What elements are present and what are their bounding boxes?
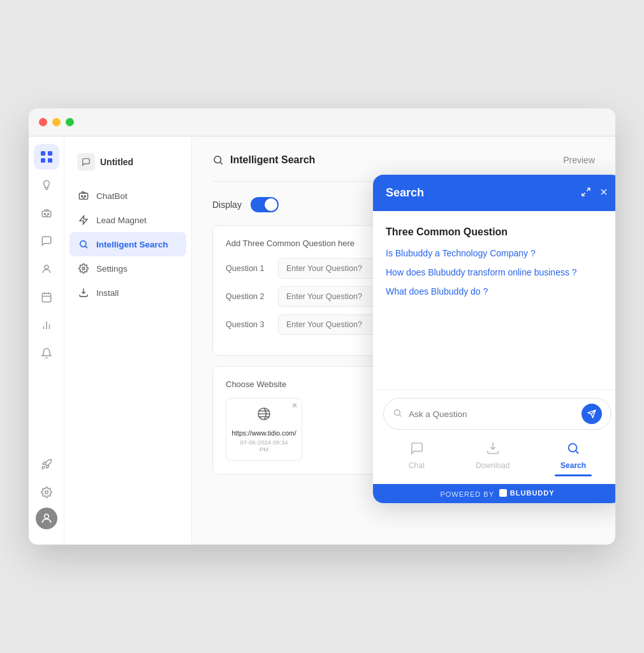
nav-item-intelligent-search-label: Intelligent Search xyxy=(96,240,168,249)
svg-point-10 xyxy=(44,514,48,518)
svg-point-9 xyxy=(45,491,48,494)
widget-expand-button[interactable] xyxy=(581,187,591,200)
search-tab-icon xyxy=(566,441,580,459)
svg-point-12 xyxy=(82,196,83,197)
nav-item-settings[interactable]: Settings xyxy=(64,256,191,281)
widget-tabs: Chat Download xyxy=(383,439,611,473)
toggle-knob xyxy=(265,198,277,211)
display-toggle[interactable] xyxy=(251,197,279,212)
question-label-1: Question 1 xyxy=(226,264,270,273)
widget-tab-download[interactable]: Download xyxy=(465,439,520,473)
svg-rect-2 xyxy=(41,158,45,163)
nav-sidebar: Untitled ChatBot xyxy=(64,136,192,545)
intelligent-search-icon xyxy=(77,238,90,251)
preview-label: Preview xyxy=(563,155,595,165)
nav-item-chatbot[interactable]: ChatBot xyxy=(64,184,191,208)
sidebar-icon-settings[interactable] xyxy=(34,480,59,505)
main-content: Intelligent Search Preview Display Add T… xyxy=(192,136,615,545)
main-header: Intelligent Search Preview xyxy=(212,154,595,166)
search-send-button[interactable] xyxy=(582,404,602,424)
sidebar-icon-bulb[interactable] xyxy=(34,172,59,198)
widget-link-2[interactable]: How does Blubuddy transform online busin… xyxy=(386,267,609,277)
widget-header-actions xyxy=(581,187,609,200)
user-avatar[interactable] xyxy=(36,508,57,529)
website-tile[interactable]: ✕ https://www.tidio.com/ 07-06-2024 09:3… xyxy=(226,398,302,461)
widget-powered-bar: POWERED BY BLUBUDDY xyxy=(373,484,615,503)
widget-close-button[interactable] xyxy=(599,187,609,200)
nav-item-intelligent-search[interactable]: Intelligent Search xyxy=(70,232,186,256)
question-label-3: Question 3 xyxy=(226,320,270,329)
widget-tab-search[interactable]: Search xyxy=(550,439,596,473)
widget-tab-chat[interactable]: Chat xyxy=(399,439,435,473)
svg-point-6 xyxy=(47,213,48,214)
app-body: Untitled ChatBot xyxy=(29,136,615,545)
sidebar-icon-grid[interactable] xyxy=(34,144,59,170)
download-tab-icon xyxy=(486,441,500,459)
widget-footer: Chat Download xyxy=(373,390,615,484)
widget-link-1[interactable]: Is Blubuddy a Technology Company ? xyxy=(386,248,609,258)
widget-body: Three Common Question Is Blubuddy a Tech… xyxy=(373,211,615,390)
lead-magnet-icon xyxy=(77,214,90,226)
search-bar xyxy=(383,398,611,430)
widget-link-3[interactable]: What does Blubuddy do ? xyxy=(386,286,609,297)
svg-point-16 xyxy=(214,156,221,163)
install-icon xyxy=(77,286,90,299)
search-bar-input[interactable] xyxy=(409,409,575,419)
nav-item-settings-label: Settings xyxy=(96,264,128,274)
sidebar-icon-calendar[interactable] xyxy=(34,284,59,310)
svg-point-14 xyxy=(80,241,86,247)
svg-point-13 xyxy=(84,196,85,197)
widget-title: Search xyxy=(386,186,424,200)
svg-point-19 xyxy=(569,444,577,452)
widget-section-title: Three Common Question xyxy=(386,226,609,238)
nav-item-lead-magnet-label: Lead Magnet xyxy=(96,216,147,225)
nav-item-install[interactable]: Install xyxy=(64,281,191,305)
title-search-icon xyxy=(212,154,224,166)
website-tile-url: https://www.tidio.com/ xyxy=(231,429,296,437)
sidebar-icon-chat[interactable] xyxy=(34,228,59,254)
maximize-button[interactable] xyxy=(66,118,74,126)
nav-item-install-label: Install xyxy=(96,288,119,298)
display-label: Display xyxy=(212,200,242,210)
page-title: Intelligent Search xyxy=(212,154,315,166)
chatbot-icon xyxy=(77,189,90,202)
sidebar-icon-rocket[interactable] xyxy=(34,451,59,477)
nav-item-lead-magnet[interactable]: Lead Magnet xyxy=(64,208,191,232)
svg-point-5 xyxy=(44,213,45,214)
nav-project-title: Untitled xyxy=(100,157,133,167)
widget-tab-download-label: Download xyxy=(476,461,509,470)
svg-rect-1 xyxy=(48,151,52,156)
powered-by-text: POWERED BY xyxy=(440,490,494,498)
svg-rect-3 xyxy=(48,158,52,163)
close-button[interactable] xyxy=(39,118,47,126)
website-tile-close[interactable]: ✕ xyxy=(291,401,298,410)
sidebar-icon-bot[interactable] xyxy=(34,200,59,226)
website-tile-icon xyxy=(256,406,272,425)
nav-item-chatbot-label: ChatBot xyxy=(96,191,128,201)
sidebar-icon-bell[interactable] xyxy=(34,341,59,366)
settings-icon xyxy=(77,262,90,275)
icon-sidebar xyxy=(29,136,64,545)
minimize-button[interactable] xyxy=(52,118,61,126)
main-title-text: Intelligent Search xyxy=(230,154,315,166)
svg-rect-0 xyxy=(41,151,45,156)
svg-point-15 xyxy=(82,267,85,270)
sidebar-icon-chart[interactable] xyxy=(34,312,59,338)
chat-widget: Search xyxy=(373,175,615,503)
brand-logo: BLUBUDDY xyxy=(497,489,555,497)
sidebar-icon-user[interactable] xyxy=(34,256,59,282)
titlebar xyxy=(29,108,615,136)
widget-header: Search xyxy=(373,175,615,211)
svg-rect-8 xyxy=(42,293,51,302)
chat-tab-icon xyxy=(410,441,424,459)
icon-sidebar-bottom xyxy=(34,451,59,537)
widget-tab-chat-label: Chat xyxy=(409,461,425,470)
brand-icon xyxy=(499,489,507,497)
nav-header-icon xyxy=(77,153,95,171)
brand-name: BLUBUDDY xyxy=(510,489,555,497)
website-tile-date: 07-06-2024 09:34 PM xyxy=(237,439,291,453)
traffic-lights xyxy=(39,118,74,126)
question-label-2: Question 2 xyxy=(226,292,270,301)
nav-header: Untitled xyxy=(64,147,191,184)
search-bar-icon xyxy=(393,408,402,420)
